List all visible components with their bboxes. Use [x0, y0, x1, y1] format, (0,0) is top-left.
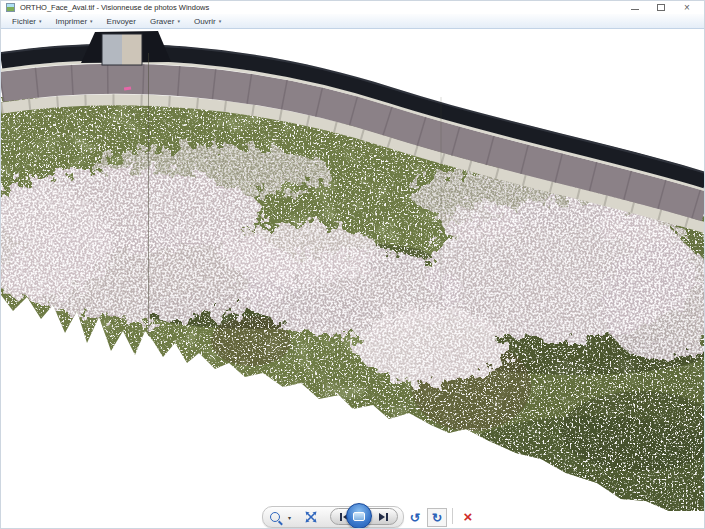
minimize-button[interactable]	[622, 1, 648, 14]
menu-imprimer-label: Imprimer	[56, 17, 88, 26]
menu-bar: Fichier ▾ Imprimer ▾ Envoyer Graver ▾ Ou…	[1, 14, 704, 29]
close-button[interactable]: ×	[674, 1, 700, 14]
menu-imprimer[interactable]: Imprimer ▾	[51, 15, 102, 28]
rotate-clockwise-button[interactable]: ↻	[427, 508, 447, 527]
slideshow-button[interactable]	[346, 503, 372, 529]
crest-structure	[81, 31, 171, 65]
menu-envoyer[interactable]: Envoyer	[102, 15, 145, 28]
chevron-down-icon: ▾	[177, 19, 180, 24]
next-icon	[386, 513, 388, 521]
title-bar: ORTHO_Face_Aval.tif - Visionneuse de pho…	[1, 1, 704, 14]
magnifier-icon	[270, 512, 280, 522]
orthophoto-image	[1, 1, 705, 529]
chevron-down-icon: ▾	[288, 514, 291, 521]
app-icon	[6, 3, 15, 12]
delete-x-icon: ×	[464, 508, 473, 525]
next-icon	[379, 513, 385, 521]
menu-ouvrir-label: Ouvrir	[194, 17, 216, 26]
window-controls: ×	[622, 1, 700, 14]
rotate-ccw-icon: ↺	[410, 510, 420, 525]
maximize-icon	[657, 4, 665, 11]
chevron-down-icon: ▾	[39, 19, 42, 24]
close-icon: ×	[684, 3, 690, 13]
zoom-button[interactable]: ▾	[270, 510, 294, 524]
menu-ouvrir[interactable]: Ouvrir ▾	[189, 15, 230, 28]
menu-envoyer-label: Envoyer	[107, 17, 136, 26]
slideshow-screen-icon	[353, 512, 365, 521]
minimize-icon	[631, 9, 639, 10]
menu-fichier-label: Fichier	[12, 17, 36, 26]
maximize-button[interactable]	[648, 1, 674, 14]
diagonal-arrows-icon	[304, 510, 318, 524]
menu-fichier[interactable]: Fichier ▾	[7, 15, 51, 28]
viewer-toolbar: ▾	[260, 502, 482, 529]
chevron-down-icon: ▾	[90, 19, 93, 24]
fit-to-window-button[interactable]	[304, 510, 318, 524]
toolbar-separator	[452, 508, 453, 524]
menu-graver-label: Graver	[150, 17, 174, 26]
photo-viewer-window: ORTHO_Face_Aval.tif - Visionneuse de pho…	[0, 0, 705, 529]
window-title: ORTHO_Face_Aval.tif - Visionneuse de pho…	[20, 3, 209, 12]
menu-graver[interactable]: Graver ▾	[145, 15, 189, 28]
next-button[interactable]	[379, 513, 388, 521]
rotate-cw-icon: ↻	[432, 510, 442, 525]
photo-canvas	[1, 1, 705, 529]
delete-button[interactable]: ×	[459, 505, 477, 527]
rotate-counterclockwise-button[interactable]: ↺	[406, 509, 424, 526]
chevron-down-icon: ▾	[219, 19, 222, 24]
previous-icon	[340, 513, 342, 521]
